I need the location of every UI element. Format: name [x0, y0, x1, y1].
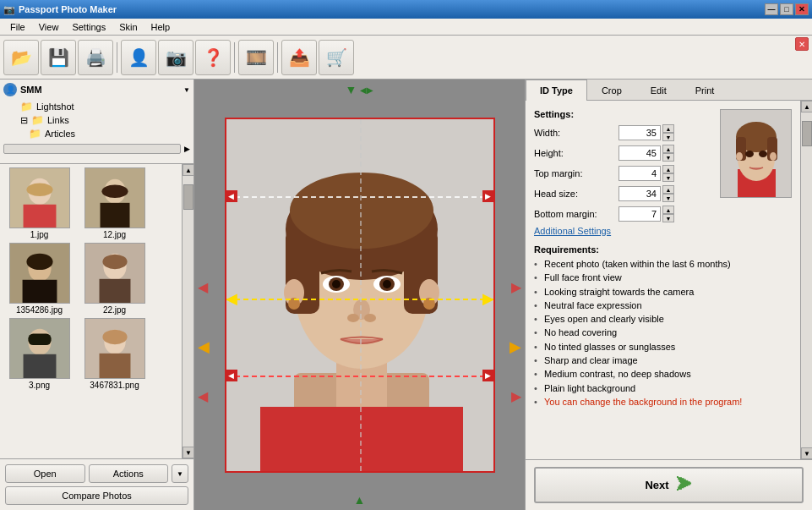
right-scroll-up[interactable]: ▲ [801, 101, 812, 112]
scroll-up-btn[interactable]: ▲ [183, 164, 193, 176]
next-button[interactable]: Next ⮞ [534, 467, 804, 503]
photo-thumb-6[interactable]: 3467831.png [79, 318, 150, 390]
arrow-right-top[interactable]: ▶ [511, 278, 521, 294]
minimize-button[interactable]: — [765, 3, 778, 15]
arrow-down-icon[interactable]: ▲ [354, 493, 366, 507]
top-margin-up[interactable]: ▲ [662, 165, 674, 173]
bottom-margin-up[interactable]: ▲ [662, 206, 674, 214]
toolbar-film[interactable]: 🎞️ [238, 40, 274, 75]
tree-item-links[interactable]: ⊟ 📁 Links [3, 113, 190, 127]
toolbar-close-btn[interactable]: ✕ [795, 37, 809, 51]
folder-icon-3: 📁 [29, 128, 41, 140]
handle-right-bottom[interactable]: ▶ [482, 370, 494, 381]
top-margin-down[interactable]: ▼ [662, 173, 674, 182]
width-down[interactable]: ▼ [662, 133, 674, 141]
bullet-1: • [534, 271, 541, 283]
tabs: ID Type Crop Edit Print [526, 80, 812, 101]
close-button[interactable]: ✕ [795, 3, 809, 15]
height-input[interactable] [619, 145, 661, 161]
svg-point-15 [102, 255, 127, 270]
height-label: Height: [534, 148, 619, 158]
handle-left-bottom[interactable]: ◀ [226, 370, 237, 381]
menu-help[interactable]: Help [144, 20, 177, 34]
actions-button[interactable]: Actions [89, 464, 169, 483]
tree-item-articles[interactable]: 📁 Articles [3, 127, 190, 140]
toolbar-camera[interactable]: 📷 [158, 40, 193, 75]
photo-scrollbar[interactable]: ▲ ▼ [182, 164, 193, 458]
right-scroll-down[interactable]: ▼ [801, 447, 812, 459]
handle-right-eyes[interactable]: ▶ [482, 289, 494, 308]
req-text-2: Looking straight towards the camera [544, 286, 694, 298]
bullet-2: • [534, 286, 541, 298]
tab-print[interactable]: Print [681, 80, 729, 101]
right-panel-scrollbar[interactable]: ▲ ▼ [800, 101, 812, 459]
maximize-button[interactable]: □ [780, 3, 793, 15]
width-up[interactable]: ▲ [662, 124, 674, 133]
preview-photo [720, 109, 792, 198]
menu-view[interactable]: View [32, 20, 66, 34]
toolbar-person[interactable]: 👤 [121, 40, 156, 75]
toolbar-open-folder[interactable]: 📂 [3, 40, 39, 75]
arrow-right-bot[interactable]: ▶ [511, 388, 521, 404]
additional-settings-link[interactable]: Additional Settings [534, 226, 792, 236]
toolbar-upload[interactable]: 📤 [281, 40, 317, 75]
bullet-4: • [534, 313, 541, 325]
scroll-down-btn[interactable]: ▼ [183, 447, 193, 458]
arrow-left-top[interactable]: ◀ [198, 278, 208, 294]
arrow-right-mid[interactable]: ▶ [510, 337, 521, 356]
svg-point-44 [423, 298, 435, 310]
toolbar-print[interactable]: 🖨️ [78, 40, 113, 75]
center-panel: ▼ ◀▶ ◀ ◀ ◀ ▶ ▶ ▶ [194, 80, 525, 510]
bottom-margin-spinner: ▲ ▼ [662, 206, 674, 222]
req-item-1: • Full face front view [534, 271, 792, 283]
handle-right-top[interactable]: ▶ [482, 190, 494, 202]
req-item-5: • No head covering [534, 326, 792, 338]
tab-crop[interactable]: Crop [587, 80, 636, 101]
actions-dropdown[interactable]: ▼ [172, 464, 188, 483]
req-item-9: • Plain light background [534, 382, 792, 394]
top-margin-input[interactable] [619, 166, 661, 181]
toolbar-info[interactable]: ❓ [195, 40, 231, 75]
handle-left-top[interactable]: ◀ [226, 190, 237, 202]
menu-skin[interactable]: Skin [112, 20, 144, 34]
svg-point-11 [26, 254, 52, 270]
compare-photos-button[interactable]: Compare Photos [5, 486, 188, 505]
head-size-down[interactable]: ▼ [662, 194, 674, 202]
height-up[interactable]: ▲ [662, 145, 674, 153]
photo-thumb-2[interactable]: 12.jpg [79, 167, 150, 239]
head-size-up[interactable]: ▲ [662, 185, 674, 194]
head-size-input[interactable] [619, 186, 661, 201]
toolbar-save[interactable]: 💾 [41, 40, 76, 75]
bottom-margin-down[interactable]: ▼ [662, 214, 674, 222]
toolbar-cart[interactable]: 🛒 [319, 40, 354, 75]
handle-left-eyes[interactable]: ◀ [226, 289, 237, 308]
tree-item-label-2: Links [47, 115, 69, 125]
open-button[interactable]: Open [5, 464, 85, 483]
bottom-buttons: Open Actions ▼ Compare Photos [0, 458, 193, 510]
nav-bottom[interactable]: ▲ [354, 493, 366, 507]
h-scrollbar[interactable] [3, 144, 181, 154]
photo-thumb-5[interactable]: 3.png [3, 318, 75, 390]
width-input[interactable] [619, 125, 661, 140]
arrow-left-mid[interactable]: ◀ [198, 337, 210, 356]
menu-file[interactable]: File [3, 20, 32, 34]
arrow-left-bot[interactable]: ◀ [198, 388, 208, 404]
menu-settings[interactable]: Settings [65, 20, 112, 34]
tree-item-lightshot[interactable]: 📁 Lightshot [3, 100, 190, 113]
tab-edit[interactable]: Edit [636, 80, 681, 101]
photo-thumb-4[interactable]: 22.jpg [79, 243, 150, 315]
photo-thumb-3[interactable]: 1354286.jpg [3, 243, 75, 315]
height-down[interactable]: ▼ [662, 153, 674, 162]
tree-dropdown-arrow[interactable]: ▼ [183, 86, 190, 94]
tab-id-type[interactable]: ID Type [526, 80, 587, 101]
bottom-margin-input[interactable] [619, 206, 661, 222]
arrow-up-right-icon[interactable]: ◀▶ [360, 85, 373, 95]
scroll-thumb[interactable] [183, 184, 193, 210]
right-scroll-thumb[interactable] [802, 121, 812, 146]
nav-top[interactable]: ▼ ◀▶ [346, 83, 374, 96]
tree-scroll: ▶ [3, 144, 190, 154]
scroll-right[interactable]: ▶ [184, 145, 190, 153]
arrow-up-icon[interactable]: ▼ [346, 83, 357, 96]
photo-thumb-1[interactable]: 1.jpg [3, 167, 75, 239]
app-title: Passport Photo Maker [19, 4, 117, 14]
